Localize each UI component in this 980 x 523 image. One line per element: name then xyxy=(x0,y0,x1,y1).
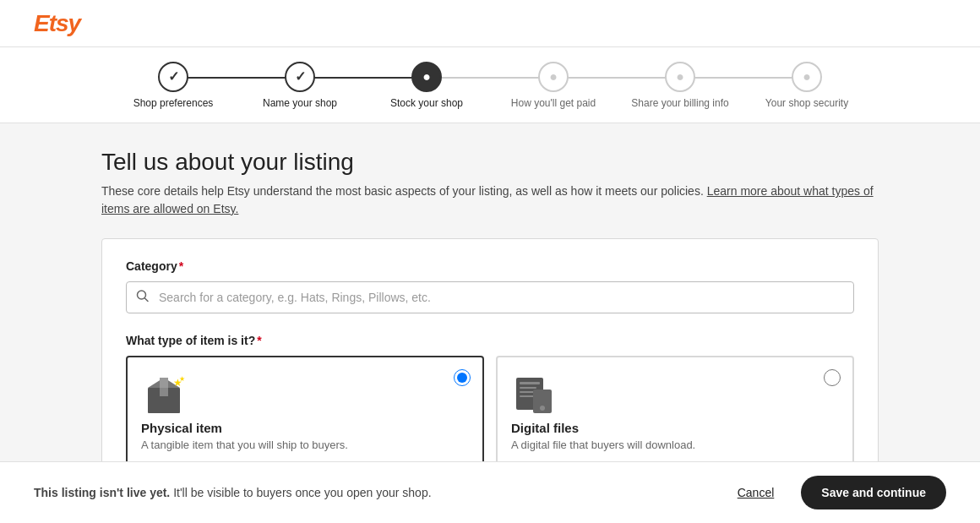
step-circle-4: ● xyxy=(538,62,569,92)
notice-bold: This listing isn't live yet. xyxy=(34,486,170,499)
step-label-6: Your shop security xyxy=(765,97,848,109)
steps-container: ✓ Shop preferences ✓ Name your shop ● St… xyxy=(110,62,870,109)
step-name-your-shop: ✓ Name your shop xyxy=(237,62,363,109)
svg-rect-10 xyxy=(520,387,536,389)
digital-files-title: Digital files xyxy=(511,421,839,435)
svg-point-14 xyxy=(540,406,545,411)
cancel-button[interactable]: Cancel xyxy=(724,477,788,508)
physical-item-icon: ★ ★ xyxy=(141,371,469,421)
physical-item-title: Physical item xyxy=(141,421,469,435)
step-security: ● Your shop security xyxy=(743,62,870,109)
step-label-2: Name your shop xyxy=(263,97,337,109)
step-stock-your-shop: ● Stock your shop xyxy=(363,62,490,109)
step-label-1: Shop preferences xyxy=(133,97,214,109)
step-billing: ● Share your billing info xyxy=(617,62,743,109)
svg-line-1 xyxy=(145,298,149,302)
category-required-star: * xyxy=(179,259,183,273)
bottom-bar: This listing isn't live yet. It'll be vi… xyxy=(0,461,980,523)
steps-bar: ✓ Shop preferences ✓ Name your shop ● St… xyxy=(0,47,980,123)
step-how-paid: ● How you'll get paid xyxy=(490,62,617,109)
active-dot-icon: ● xyxy=(422,69,431,84)
inactive-dot-5: ● xyxy=(676,69,684,84)
svg-rect-4 xyxy=(160,388,168,396)
step-circle-2: ✓ xyxy=(285,62,315,92)
item-type-label: What type of item is it?* xyxy=(126,334,854,347)
digital-files-radio[interactable] xyxy=(824,369,841,386)
category-section: Category* xyxy=(126,259,854,313)
category-search-input[interactable] xyxy=(126,281,854,313)
etsy-logo[interactable]: Etsy xyxy=(34,10,80,37)
step-shop-preferences: ✓ Shop preferences xyxy=(110,62,237,109)
physical-item-card[interactable]: ★ ★ Physical item A tangible item that y… xyxy=(126,356,484,466)
step-label-3: Stock your shop xyxy=(390,97,463,109)
bottom-bar-notice: This listing isn't live yet. It'll be vi… xyxy=(34,486,710,499)
inactive-dot-4: ● xyxy=(549,69,558,84)
digital-files-card[interactable]: Digital files A digital file that buyers… xyxy=(496,356,854,466)
step-label-4: How you'll get paid xyxy=(511,97,596,109)
step-circle-5: ● xyxy=(665,62,695,92)
digital-files-desc: A digital file that buyers will download… xyxy=(511,439,839,451)
svg-rect-5 xyxy=(160,378,168,388)
save-continue-button[interactable]: Save and continue xyxy=(801,476,946,509)
step-circle-3: ● xyxy=(411,62,442,92)
page-title: Tell us about your listing xyxy=(101,149,879,176)
step-circle-6: ● xyxy=(792,62,822,92)
item-type-grid: ★ ★ Physical item A tangible item that y… xyxy=(126,356,854,466)
physical-item-desc: A tangible item that you will ship to bu… xyxy=(141,439,469,451)
notice-text: It'll be visible to buyers once you open… xyxy=(170,486,431,499)
svg-rect-12 xyxy=(520,395,535,397)
step-label-5: Share your billing info xyxy=(631,97,728,109)
checkmark-icon-2: ✓ xyxy=(295,68,306,84)
category-label: Category* xyxy=(126,259,854,273)
svg-rect-9 xyxy=(520,382,540,384)
step-circle-1: ✓ xyxy=(158,62,188,92)
item-type-required-star: * xyxy=(257,334,261,347)
search-icon xyxy=(136,290,150,306)
physical-item-radio[interactable] xyxy=(454,369,471,386)
header: Etsy xyxy=(0,0,980,47)
checkmark-icon-1: ✓ xyxy=(168,68,179,84)
svg-text:★: ★ xyxy=(179,375,185,383)
inactive-dot-6: ● xyxy=(803,69,811,84)
page-subtitle: These core details help Etsy understand … xyxy=(101,183,879,218)
category-search-wrapper xyxy=(126,281,854,313)
item-type-section: What type of item is it?* ★ xyxy=(126,334,854,466)
digital-files-icon xyxy=(511,371,839,421)
